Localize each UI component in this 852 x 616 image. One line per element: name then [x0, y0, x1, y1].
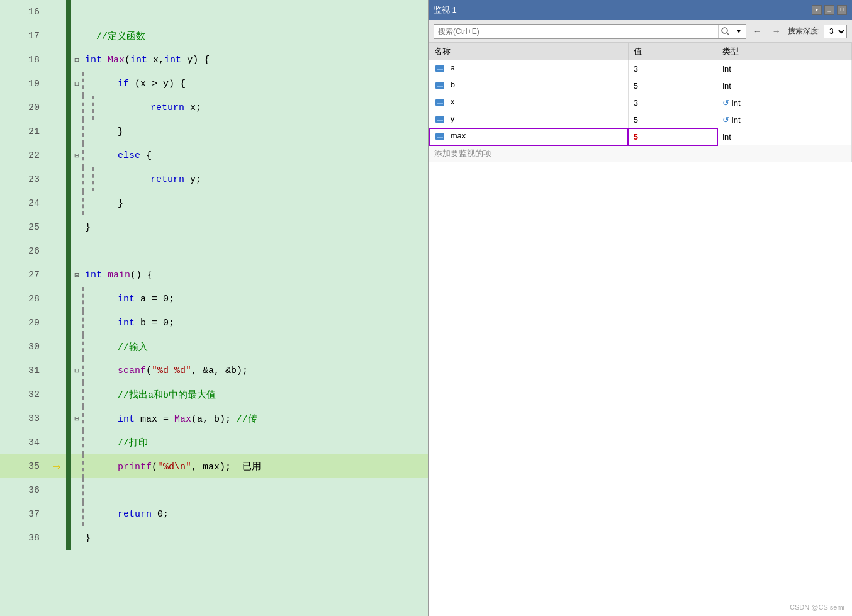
green-bar-37 [66, 502, 71, 526]
code-content-25: } [82, 222, 428, 233]
col-name: 名称 [429, 43, 629, 60]
watch-row-y[interactable]: y 5 ↺ int [429, 111, 852, 128]
depth-select[interactable]: 3 1 2 4 5 [824, 25, 847, 38]
line-number-17: 17 [0, 31, 47, 42]
line-number-18: 18 [0, 55, 47, 65]
svg-rect-11 [437, 137, 443, 138]
search-dropdown-btn[interactable]: ▾ [732, 25, 746, 38]
code-content-21: } [92, 126, 428, 137]
search-button[interactable] [718, 25, 732, 38]
watch-value-y: 5 [628, 111, 717, 128]
search-input[interactable] [434, 27, 718, 36]
code-content-29: int b = 0; [92, 318, 428, 328]
line-number-25: 25 [0, 222, 47, 233]
green-bar-22 [66, 143, 71, 167]
watch-value-max: 5 [628, 128, 717, 145]
code-content-19: if (x > y) { [92, 79, 428, 89]
green-bar-27 [66, 263, 71, 287]
line-number-32: 32 [0, 389, 47, 400]
collapse-27[interactable]: ⊟ [71, 271, 82, 280]
box-icon-max [435, 132, 445, 141]
watch-minimize-btn[interactable]: _ [824, 5, 834, 15]
code-line-27: 27 ⊟ int main() { [0, 263, 428, 287]
line-number-36: 36 [0, 485, 47, 496]
box-icon-y [435, 115, 445, 124]
code-editor: 16 17 //定义函数 18 ⊟ int Max(int x,int y) { [0, 0, 428, 616]
svg-rect-7 [437, 103, 443, 104]
code-content-30: //输入 [92, 341, 428, 353]
line-number-35: 35 [0, 461, 47, 472]
code-line-28: 28 int a = 0; [0, 287, 428, 311]
green-bar [66, 0, 71, 24]
code-content-24: } [92, 198, 428, 209]
code-content-23: return y; [103, 174, 428, 185]
svg-line-1 [727, 33, 729, 35]
green-bar-38 [66, 526, 71, 550]
line-number-22: 22 [0, 150, 47, 161]
watermark: CSDN @CS semi [790, 603, 844, 611]
watch-type-x: ↺ int [717, 94, 852, 111]
code-line-25: 25 } [0, 215, 428, 239]
green-bar-28 [66, 287, 71, 311]
refresh-icon-y: ↺ [722, 115, 729, 125]
line-number-21: 21 [0, 126, 47, 137]
code-line-31: 31 ⊟ scanf("%d %d", &a, &b); ​ [0, 359, 428, 383]
watch-name-x: x [429, 94, 629, 111]
nav-forward-btn[interactable]: → [769, 24, 784, 39]
green-bar-31 [66, 359, 71, 383]
col-type: 类型 [717, 43, 852, 60]
watch-controls: ▾ _ □ [812, 5, 847, 15]
collapse-22[interactable]: ⊟ [71, 151, 82, 160]
green-bar-19 [66, 72, 71, 96]
code-content-31: scanf("%d %d", &a, &b); ​ [92, 366, 428, 376]
green-bar-29 [66, 311, 71, 335]
collapse-33[interactable]: ⊟ [71, 414, 82, 423]
line-number-20: 20 [0, 103, 47, 113]
green-bar-30 [66, 335, 71, 359]
box-icon-a [435, 64, 445, 73]
line-number-19: 19 [0, 79, 47, 89]
code-line-23: 23 return y; [0, 167, 428, 191]
watch-value-x: 3 [628, 94, 717, 111]
code-line-20: 20 return x; [0, 96, 428, 120]
code-line-17: 17 //定义函数 [0, 24, 428, 48]
watch-type-b: int [717, 77, 852, 94]
watch-name-max: max [429, 128, 629, 145]
collapse-18[interactable]: ⊟ [71, 55, 82, 65]
green-bar-23 [66, 167, 71, 191]
nav-back-btn[interactable]: ← [750, 24, 765, 39]
code-line-35: 35 ⇒ printf("%d\n", max); 已用 [0, 454, 428, 478]
watch-search-bar: ▾ ← → 搜索深度: 3 1 2 4 5 [429, 20, 852, 43]
watch-row-b[interactable]: b 5 int [429, 77, 852, 94]
var-icon-max [434, 131, 446, 142]
code-content-17: //定义函数 [71, 30, 428, 42]
watch-name-b: b [429, 77, 629, 94]
watch-add-row[interactable]: 添加要监视的项 [429, 145, 852, 162]
code-content-28: int a = 0; [92, 294, 428, 305]
line-number-37: 37 [0, 509, 47, 520]
watch-row-x[interactable]: x 3 ↺ int [429, 94, 852, 111]
code-line-37: 37 return 0; [0, 502, 428, 526]
watch-restore-btn[interactable]: □ [837, 5, 847, 15]
green-bar-24 [66, 191, 71, 215]
collapse-31[interactable]: ⊟ [71, 366, 82, 376]
code-content-32: //找出a和b中的最大值 [92, 389, 428, 401]
line-number-31: 31 [0, 366, 47, 376]
code-line-24: 24 } [0, 191, 428, 215]
green-bar-18 [66, 48, 71, 72]
box-icon-x [435, 98, 445, 107]
code-content-27: int main() { [82, 270, 428, 281]
watch-row-a[interactable]: a 3 int [429, 60, 852, 77]
watch-titlebar: 监视 1 ▾ _ □ [429, 0, 852, 20]
watch-row-max[interactable]: max 5 int [429, 128, 852, 145]
watch-add-label[interactable]: 添加要监视的项 [429, 145, 852, 162]
code-content-38: } [82, 533, 428, 544]
code-content-35: printf("%d\n", max); 已用 [92, 461, 428, 473]
watch-dropdown-btn[interactable]: ▾ [812, 5, 822, 15]
line-number-16: 16 [0, 7, 47, 18]
green-bar-34 [66, 430, 71, 454]
search-icon [721, 27, 729, 35]
green-bar-36 [66, 478, 71, 502]
collapse-19[interactable]: ⊟ [71, 79, 82, 89]
watch-type-a: int [717, 60, 852, 77]
